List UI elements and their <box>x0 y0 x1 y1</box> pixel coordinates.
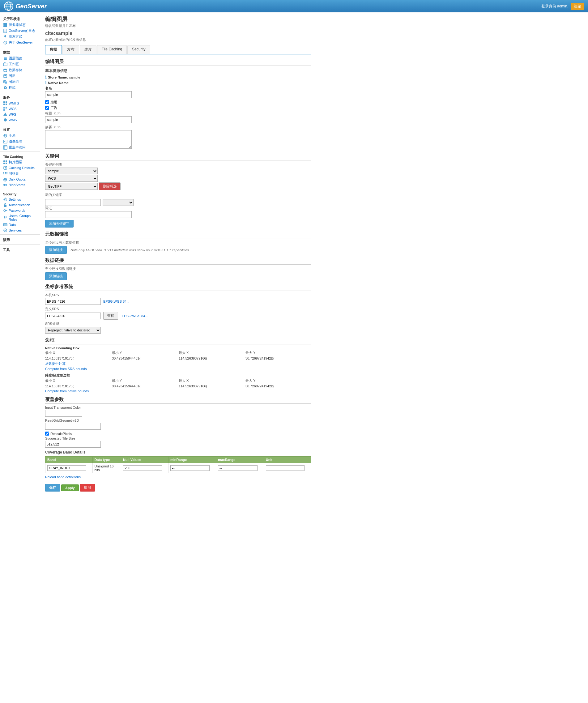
save-button[interactable]: 保存 <box>45 484 60 491</box>
add-keyword-button[interactable]: 添加关键键字 <box>45 220 74 228</box>
keyword-select-3[interactable]: GeoTIFF <box>45 183 98 190</box>
declared-srs-link[interactable]: EPSG:WGS 84... <box>122 314 148 318</box>
sidebar-item-users[interactable]: Users, Groups, Roles <box>0 213 40 222</box>
abstract-textarea[interactable] <box>45 130 132 149</box>
sidebar-item-services[interactable]: Services <box>0 228 40 233</box>
store-name-label: Store Name: <box>48 75 68 79</box>
svg-rect-48 <box>5 172 6 173</box>
tab-data[interactable]: 数据 <box>45 45 62 54</box>
svg-point-33 <box>4 119 7 122</box>
sidebar-item-layers[interactable]: 图层 <box>0 73 40 79</box>
tile-caching-section-title: Tile Caching <box>0 153 40 159</box>
sidebar-item-geoserver-log[interactable]: GeoServer的日志 <box>0 28 40 34</box>
sidebar-item-image-processing[interactable]: 图像处理 <box>0 139 40 144</box>
new-keyword-lang-select[interactable] <box>103 199 134 206</box>
sidebar-item-passwords[interactable]: Passwords <box>0 208 40 213</box>
sidebar-item-server-status[interactable]: 服务器状态 <box>0 22 40 28</box>
tab-tile-caching[interactable]: Tile Caching <box>97 45 127 54</box>
sidebar-item-styles[interactable]: 样式 <box>0 85 40 91</box>
srs-handling-select[interactable]: Reproject native to declared Keep native… <box>45 327 101 333</box>
advertised-label: 广告 <box>50 105 57 110</box>
keyword-select-2[interactable]: WCS <box>45 175 98 182</box>
sidebar-item-caching-defaults[interactable]: Caching Defaults <box>0 165 40 171</box>
sidebar-item-workspace[interactable]: 工作区 <box>0 61 40 67</box>
add-metadata-link-button[interactable]: 添加链接 <box>45 246 67 254</box>
global-icon <box>3 134 7 138</box>
band-minrange-input[interactable] <box>170 465 210 471</box>
layers-icon <box>3 56 7 61</box>
sidebar-item-wms[interactable]: WMS <box>0 117 40 123</box>
sidebar-item-disk-quota[interactable]: Disk Quota <box>0 176 40 182</box>
store-name-value: sample <box>69 75 80 79</box>
band-unit-input[interactable] <box>266 465 304 471</box>
compute-from-data-link[interactable]: 从数据中计算 <box>45 362 311 366</box>
keyword-select-1[interactable]: sample <box>45 168 98 174</box>
sidebar-item-blobstores[interactable]: BlobStores <box>0 182 40 188</box>
sidebar-item-contact[interactable]: 联系方式 <box>0 34 40 40</box>
layer-desc: 配置此新图层的和发布信息 <box>45 37 311 42</box>
tab-dimensions[interactable]: 维度 <box>80 45 96 54</box>
sidebar-item-wmts[interactable]: WMTS <box>0 100 40 106</box>
remove-keyword-button[interactable]: 删除所选 <box>99 182 121 190</box>
svg-rect-22 <box>5 81 7 84</box>
cancel-button[interactable]: 取消 <box>80 484 95 491</box>
title-input[interactable] <box>45 116 132 123</box>
svg-rect-25 <box>3 101 5 103</box>
band-nullvals-input[interactable] <box>123 465 162 471</box>
native-min-y: 30.423415944431( <box>112 357 177 360</box>
find-srs-button[interactable]: 查找 <box>103 312 118 320</box>
services-icon <box>3 228 7 232</box>
data-links-header: 数据链接 <box>45 257 311 265</box>
workspace-icon <box>3 62 7 67</box>
sidebar-item-layergroup[interactable]: 图层组 <box>0 79 40 85</box>
band-maxrange-input[interactable] <box>218 465 257 471</box>
declared-srs-input[interactable] <box>45 313 101 319</box>
apply-button[interactable]: Apply <box>61 484 79 491</box>
svg-point-59 <box>5 199 6 200</box>
sidebar-item-layer-preview[interactable]: 图层预览 <box>0 55 40 61</box>
logout-button[interactable]: 注销 <box>571 3 584 10</box>
transparent-color-input[interactable] <box>45 410 82 417</box>
sidebar-item-data[interactable]: Data <box>0 222 40 228</box>
read-geometry-label: ReadGridGeometry2D <box>45 418 311 422</box>
enabled-checkbox[interactable] <box>45 100 49 104</box>
native-max-y: 30.72697241942B( <box>245 357 311 360</box>
keyword-row-1: sample <box>45 168 311 174</box>
rescale-pixels-checkbox[interactable] <box>45 432 49 436</box>
read-geometry-input[interactable] <box>45 423 101 430</box>
sidebar-item-authentication[interactable]: Authentication <box>0 202 40 208</box>
latlong-max-y: 30.72697241942B( <box>245 384 311 388</box>
band-col-unit: Unit <box>264 457 311 463</box>
name-input[interactable] <box>45 91 132 98</box>
tab-publish[interactable]: 发布 <box>62 45 79 54</box>
new-keyword-input[interactable] <box>45 199 101 206</box>
min-x-label: 最小 X <box>45 350 111 355</box>
sidebar-item-security-settings[interactable]: Settings <box>0 197 40 202</box>
demo-section-title: 演示 <box>0 236 40 243</box>
svg-rect-31 <box>3 109 5 111</box>
sidebar-item-datastore[interactable]: 数据存储 <box>0 67 40 73</box>
sidebar-item-gridset[interactable]: 网格集 <box>0 171 40 176</box>
sidebar-item-tile-layer[interactable]: 切片图层 <box>0 159 40 165</box>
sidebar-item-wfs[interactable]: WFS <box>0 111 40 117</box>
header: GeoServer 登录身份 admin. 注销 <box>0 0 588 12</box>
store-name-row: ℹ Store Name: sample <box>45 75 311 79</box>
compute-from-srs-link[interactable]: Compute from SRS bounds <box>45 367 311 371</box>
native-srs-input[interactable] <box>45 298 101 305</box>
native-srs-link[interactable]: EPSG:WGS 84... <box>103 300 129 303</box>
sidebar-item-global[interactable]: 全局 <box>0 133 40 139</box>
sidebar-item-coverage-access[interactable]: 覆盖率访问 <box>0 144 40 150</box>
svg-rect-15 <box>4 58 7 59</box>
reload-band-link[interactable]: Reload band definitions <box>45 475 311 479</box>
advertised-checkbox[interactable] <box>45 106 49 110</box>
rescale-pixels-row: RescalePixels <box>45 432 311 436</box>
sidebar-item-about[interactable]: i 关于 GeoServer <box>0 40 40 46</box>
add-data-link-button[interactable]: 添加链接 <box>45 272 67 280</box>
latlong-max-x: 114.52639379166( <box>179 384 244 388</box>
compute-from-native-link[interactable]: Compute from native bounds <box>45 389 311 393</box>
tab-security[interactable]: Security <box>127 45 150 54</box>
vocabulary-input[interactable] <box>45 211 132 218</box>
tile-size-input[interactable] <box>45 441 101 448</box>
sidebar-item-wcs[interactable]: WCS <box>0 106 40 111</box>
band-name-input[interactable] <box>47 465 86 471</box>
